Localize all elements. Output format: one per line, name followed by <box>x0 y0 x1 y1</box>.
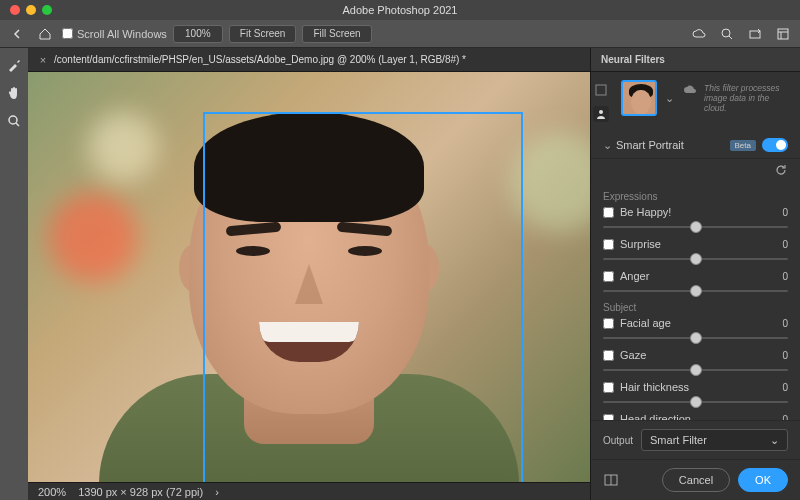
status-chevron-icon[interactable]: › <box>215 486 219 498</box>
options-bar: Scroll All Windows 100% Fit Screen Fill … <box>0 20 800 48</box>
document-tab-title: /content/dam/ccfirstmile/PHSP/en_US/asse… <box>54 54 466 65</box>
cloud-docs-icon[interactable] <box>688 23 710 45</box>
cloud-icon <box>682 83 698 95</box>
slider-age-checkbox[interactable] <box>603 318 614 329</box>
slider-gaze-track[interactable] <box>603 369 788 371</box>
face-dropdown-icon[interactable]: ⌄ <box>665 92 674 105</box>
slider-anger-track[interactable] <box>603 290 788 292</box>
status-dimensions: 1390 px × 928 px (72 ppi) <box>78 486 203 498</box>
title-bar: Adobe Photoshop 2021 <box>0 0 800 20</box>
ok-button[interactable]: OK <box>738 468 788 492</box>
filter-header[interactable]: ⌄ Smart Portrait Beta <box>591 132 800 159</box>
slider-hair: Hair thickness0 <box>603 381 788 403</box>
scroll-all-checkbox[interactable]: Scroll All Windows <box>62 28 167 40</box>
slider-happy: Be Happy!0 <box>603 206 788 228</box>
filter-category-rail <box>591 72 611 132</box>
hand-tool-icon[interactable] <box>3 82 25 104</box>
cancel-button[interactable]: Cancel <box>662 468 730 492</box>
output-label: Output <box>603 435 633 446</box>
category-portrait-icon[interactable] <box>593 106 609 122</box>
app-title: Adobe Photoshop 2021 <box>343 4 458 16</box>
slider-head: Head direction0 <box>603 413 788 420</box>
cloud-message: This filter processes image data in the … <box>704 83 790 114</box>
preview-toggle-icon[interactable] <box>603 472 619 488</box>
filter-name: Smart Portrait <box>616 139 730 151</box>
output-select[interactable]: Smart Filter⌄ <box>641 429 788 451</box>
neural-filters-panel: Neural Filters ⌄ This filter processes i… <box>590 48 800 500</box>
maximize-window-button[interactable] <box>42 5 52 15</box>
document-tab[interactable]: × /content/dam/ccfirstmile/PHSP/en_US/as… <box>28 48 590 72</box>
zoom-field[interactable]: 100% <box>173 25 223 43</box>
slider-age: Facial age0 <box>603 317 788 339</box>
slider-anger: Anger0 <box>603 270 788 292</box>
panel-title: Neural Filters <box>591 48 800 72</box>
fit-screen-button[interactable]: Fit Screen <box>229 25 297 43</box>
filter-toggle[interactable] <box>762 138 788 152</box>
beta-badge: Beta <box>730 140 756 151</box>
search-icon[interactable] <box>716 23 738 45</box>
svg-rect-2 <box>778 29 788 39</box>
eyedropper-tool-icon[interactable] <box>3 54 25 76</box>
slider-happy-track[interactable] <box>603 226 788 228</box>
workspace-icon[interactable] <box>772 23 794 45</box>
slider-surprise: Surprise0 <box>603 238 788 260</box>
back-button[interactable] <box>6 23 28 45</box>
slider-gaze: Gaze0 <box>603 349 788 371</box>
chevron-down-icon: ⌄ <box>603 139 612 152</box>
status-zoom[interactable]: 200% <box>38 486 66 498</box>
slider-surprise-checkbox[interactable] <box>603 239 614 250</box>
canvas[interactable] <box>28 72 590 482</box>
slider-gaze-checkbox[interactable] <box>603 350 614 361</box>
minimize-window-button[interactable] <box>26 5 36 15</box>
slider-anger-checkbox[interactable] <box>603 271 614 282</box>
face-thumbnail[interactable] <box>621 80 657 116</box>
category-featured-icon[interactable] <box>593 82 609 98</box>
svg-point-5 <box>599 110 603 114</box>
reset-icon[interactable] <box>774 163 788 177</box>
home-icon[interactable] <box>34 23 56 45</box>
slider-surprise-track[interactable] <box>603 258 788 260</box>
svg-rect-4 <box>596 85 606 95</box>
fill-screen-button[interactable]: Fill Screen <box>302 25 371 43</box>
status-bar: 200% 1390 px × 928 px (72 ppi) › <box>28 482 590 500</box>
svg-point-3 <box>9 116 17 124</box>
slider-hair-track[interactable] <box>603 401 788 403</box>
svg-point-0 <box>722 29 730 37</box>
chevron-down-icon: ⌄ <box>770 434 779 447</box>
slider-happy-checkbox[interactable] <box>603 207 614 218</box>
slider-hair-checkbox[interactable] <box>603 382 614 393</box>
group-subject: Subject <box>603 302 788 313</box>
slider-age-track[interactable] <box>603 337 788 339</box>
close-tab-icon[interactable]: × <box>36 53 50 67</box>
left-toolbar <box>0 48 28 500</box>
close-window-button[interactable] <box>10 5 20 15</box>
group-expressions: Expressions <box>603 191 788 202</box>
share-icon[interactable] <box>744 23 766 45</box>
zoom-tool-icon[interactable] <box>3 110 25 132</box>
